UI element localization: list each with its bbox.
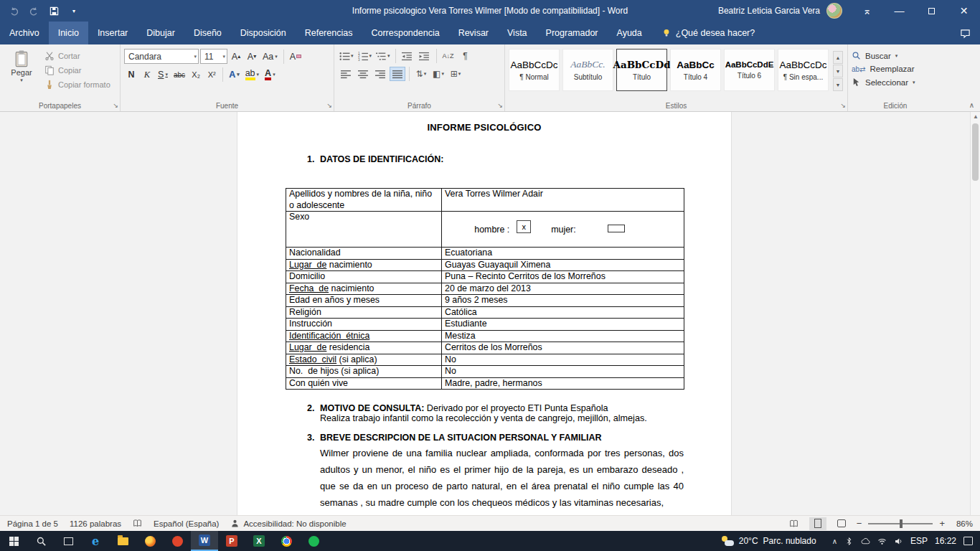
taskbar-spotify[interactable] [300,531,327,551]
styles-gallery-more-icon[interactable]: ▼ [833,78,843,91]
font-color-button[interactable]: A▾ [263,67,278,82]
taskbar-search-button[interactable] [27,531,55,551]
section-3-heading[interactable]: 3. BREVE DESCRIPCION DE LA SITUACION PER… [307,433,683,443]
subscript-button[interactable]: X₂ [189,67,203,82]
shading-button[interactable]: ◧▾ [430,67,446,81]
tell-me-box[interactable]: ¿Qué desea hacer? [651,22,765,44]
tab-revisar[interactable]: Revisar [449,22,498,44]
table-cell-label[interactable]: Nacionalidad [286,248,442,260]
taskbar-word[interactable]: W [191,531,218,551]
borders-button[interactable]: ⊞▾ [448,67,463,81]
align-right-button[interactable] [372,67,388,81]
numbering-button[interactable]: 123▾ [357,49,374,63]
grow-font-button[interactable]: A▴ [229,50,243,64]
pilcrow-icon[interactable]: ¶ [458,49,473,63]
onedrive-cloud-icon[interactable] [861,537,870,546]
zoom-slider[interactable] [868,523,933,524]
line-spacing-button[interactable]: ⇅▾ [413,67,429,81]
style-titulo-4[interactable]: AaBbCc Título 4 [670,49,721,91]
dialog-launcher-icon[interactable]: ↘ [326,103,332,109]
table-cell-value[interactable]: Cerritos de los Morreños [442,342,684,354]
taskbar-edge[interactable]: e [82,531,109,551]
notification-center-icon[interactable] [963,537,973,545]
section-2-heading[interactable]: 2. MOTIVO DE CONSULTA: Derivado por el p… [307,402,683,413]
accessibility-status[interactable]: Accesibilidad: No disponible [230,519,346,528]
replace-button[interactable]: ab⇄ Reemplazar [852,65,939,73]
close-button[interactable]: ✕ [948,0,980,22]
tab-vista[interactable]: Vista [498,22,537,44]
table-cell-value[interactable]: Católica [442,306,684,319]
save-icon[interactable] [44,2,63,19]
scrollbar-thumb[interactable] [972,123,979,181]
weather-widget[interactable]: 20°C Parc. nublado [712,531,825,551]
tab-correspondencia[interactable]: Correspondencia [362,22,448,44]
tab-referencias[interactable]: Referencias [296,22,362,44]
table-cell-label[interactable]: Lugar de residencia [286,342,442,354]
table-cell-value[interactable]: Mestiza [442,330,684,342]
text-effects-button[interactable]: A▾ [227,67,242,82]
network-icon[interactable] [877,537,887,546]
table-cell-label[interactable]: Fecha de nacimiento [286,283,442,295]
collapse-ribbon-icon[interactable]: ∧ [969,101,974,109]
scroll-up-icon[interactable]: ▲ [971,113,980,120]
table-cell-value[interactable]: Ecuatoriana [442,248,684,260]
style-titulo-6[interactable]: AaBbCcDdE Título 6 [724,49,775,91]
table-cell-label[interactable]: Lugar de nacimiento [286,259,442,271]
table-cell-label[interactable]: Edad en años y meses [286,295,442,307]
taskbar-firefox[interactable] [136,531,164,551]
tab-inicio[interactable]: Inicio [49,22,88,44]
taskbar-excel[interactable]: X [245,531,273,551]
sexo-mujer-checkbox[interactable] [608,225,625,232]
find-button[interactable]: Buscar▾ [852,51,939,60]
italic-button[interactable]: K [140,67,154,82]
justify-button[interactable] [390,67,405,81]
table-cell-label[interactable]: No. de hijos (si aplica) [286,366,442,378]
highlight-color-button[interactable]: ab▾ [243,67,261,82]
dialog-launcher-icon[interactable]: ↘ [840,103,846,109]
table-cell-value[interactable]: No [442,354,684,366]
superscript-button[interactable]: X² [204,67,219,82]
tab-dibujar[interactable]: Dibujar [137,22,184,44]
table-cell-label[interactable]: Religión [286,306,442,319]
keyboard-language[interactable]: ESP [910,536,928,546]
align-left-button[interactable] [338,67,354,81]
table-cell-value[interactable]: 9 años 2 meses [442,295,684,307]
sexo-hombre-checkbox[interactable]: x [517,220,531,233]
style-subtitulo[interactable]: AaBbCc. Subtítulo [562,49,613,91]
taskbar-brave[interactable] [164,531,191,551]
font-name-combo[interactable]: Candara▾ [124,49,199,64]
redo-icon[interactable] [24,2,43,19]
dialog-launcher-icon[interactable]: ↘ [497,103,503,109]
align-center-button[interactable] [355,67,371,81]
tab-diseno[interactable]: Diseño [184,22,231,44]
styles-scroll-up-icon[interactable]: ▲ [833,51,843,64]
dialog-launcher-icon[interactable]: ↘ [113,103,118,109]
volume-icon[interactable] [894,537,903,546]
avatar[interactable] [826,3,842,19]
table-cell-value[interactable]: 20 de marzo del 2013 [442,283,684,295]
zoom-in-button[interactable]: + [939,518,945,529]
word-count[interactable]: 1126 palabras [70,519,121,528]
decrease-indent-button[interactable] [400,49,415,63]
bold-button[interactable]: N [124,67,138,82]
table-cell-value[interactable]: Guayas Guayaquil Ximena [442,259,684,271]
table-cell-label[interactable]: Estado civil (si aplica) [286,354,442,366]
language-indicator[interactable]: Español (España) [154,519,219,528]
document-page[interactable]: INFORME PSICOLÓGICO 1. DATOS DE IDENTIFI… [237,112,732,515]
multilevel-list-button[interactable]: ▾ [374,49,392,63]
minimize-button[interactable]: — [883,0,915,22]
document-title[interactable]: INFORME PSICOLÓGICO [286,122,683,133]
table-cell-label[interactable]: Domicilio [286,271,442,283]
strikethrough-button[interactable]: abc [171,67,187,82]
select-button[interactable]: Seleccionar▾ [852,77,939,87]
print-layout-button[interactable] [809,517,826,530]
table-cell-value[interactable]: Estudiante [442,319,684,331]
table-cell-label[interactable]: Apellidos y nombres de la niña, niño o a… [286,189,442,212]
table-cell-value[interactable]: hombre :xmujer: [442,212,684,248]
taskbar-powerpoint[interactable]: P [218,531,245,551]
vertical-scrollbar[interactable]: ▲ [970,112,980,515]
section-2-line-2[interactable]: Realiza trabajo infantil como la recolec… [320,413,683,423]
style-normal[interactable]: AaBbCcDc ¶ Normal [509,49,560,91]
sort-button[interactable]: A↓Z [440,49,456,63]
increase-indent-button[interactable] [417,49,433,63]
